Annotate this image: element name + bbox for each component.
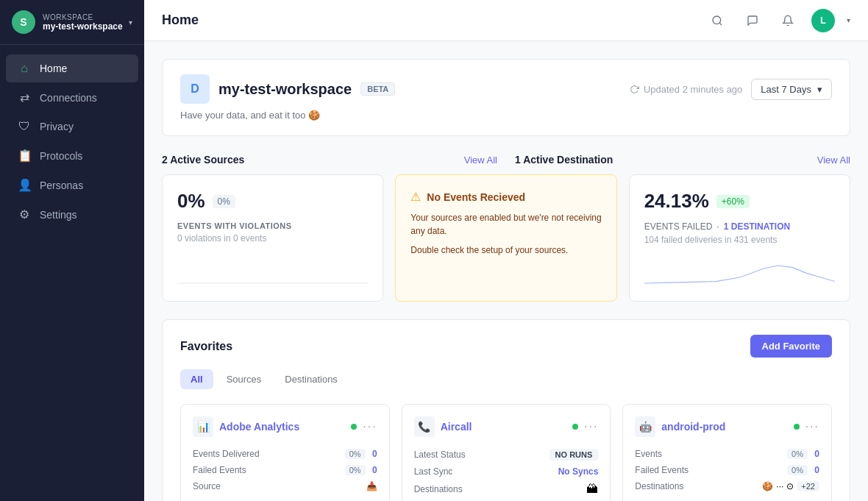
adobe-failed-badge: 0%: [345, 465, 366, 475]
sidebar-item-settings[interactable]: ⚙ Settings: [6, 200, 138, 229]
adobe-events-delivered-value: 0: [372, 449, 377, 459]
fav-card-adobe-actions: ···: [351, 420, 377, 433]
adobe-failed-value: 0: [372, 465, 377, 475]
android-more-button[interactable]: ···: [805, 420, 819, 433]
workspace-switcher[interactable]: S Workspace my-test-workspace ▾: [0, 0, 144, 45]
workspace-text: Workspace my-test-workspace: [43, 13, 129, 32]
sidebar-item-home-label: Home: [40, 63, 67, 74]
favorites-section: Favorites Add Favorite All Sources Desti…: [162, 319, 850, 501]
sidebar-item-home[interactable]: ⌂ Home: [6, 54, 138, 82]
chevron-down-icon: ▾: [129, 18, 132, 26]
no-events-card: ⚠ No Events Recieved Your sources are en…: [395, 174, 616, 302]
search-button[interactable]: [705, 9, 729, 32]
tab-all[interactable]: All: [180, 369, 213, 389]
sidebar-nav: ⌂ Home ⇄ Connections 🛡 Privacy 📋 Protoco…: [0, 45, 144, 501]
adobe-more-button[interactable]: ···: [363, 420, 377, 433]
android-destinations-icons: 🍪 ··· ⊙ +22: [762, 481, 819, 491]
chat-button[interactable]: [741, 9, 764, 32]
adobe-source-row: Source 📥: [193, 481, 377, 491]
sidebar-item-privacy-label: Privacy: [40, 121, 74, 132]
destinations-view-all[interactable]: View All: [817, 154, 850, 166]
adobe-events-delivered-badge: 0%: [345, 449, 366, 459]
workspace-label: Workspace: [43, 13, 129, 21]
settings-icon: ⚙: [18, 207, 31, 221]
fav-card-aircall-actions: ···: [572, 420, 598, 433]
no-events-header: ⚠ No Events Recieved: [410, 190, 601, 204]
adobe-source-icon: 📥: [366, 481, 377, 491]
main-content: Home L ▾ D my-test-workspace BETA: [144, 0, 868, 501]
fav-card-aircall-header: 📞 Aircall ···: [414, 416, 599, 437]
aircall-destinations-row: Destinations 🏔: [414, 483, 599, 496]
stats-headers: 2 Active Sources View All 1 Active Desti…: [162, 154, 850, 166]
active-sources-label: 2 Active Sources: [162, 154, 244, 166]
sidebar-item-personas-label: Personas: [40, 180, 83, 191]
sidebar-item-privacy[interactable]: 🛡 Privacy: [6, 113, 138, 141]
android-failed-value: 0: [814, 465, 819, 475]
connections-icon: ⇄: [18, 90, 31, 104]
topbar: Home L ▾: [144, 0, 868, 41]
time-range-chevron-icon: ▾: [817, 84, 822, 95]
add-favorite-button[interactable]: Add Favorite: [750, 335, 832, 358]
time-range-selector[interactable]: Last 7 Days ▾: [751, 79, 832, 100]
content-area: D my-test-workspace BETA Updated 2 minut…: [144, 41, 868, 501]
android-plus-badge: +22: [797, 481, 819, 491]
aircall-no-syncs: No Syncs: [558, 466, 599, 477]
workspace-avatar: D: [180, 74, 210, 104]
android-name[interactable]: android-prod: [661, 421, 725, 433]
adobe-analytics-name[interactable]: Adobe Analytics: [219, 421, 299, 433]
fav-card-android-left: 🤖 android-prod: [635, 416, 725, 437]
fav-card-android-actions: ···: [794, 420, 819, 433]
aircall-sync-label: Last Sync: [414, 466, 453, 477]
time-range-value: Last 7 Days: [761, 84, 811, 95]
sidebar-item-settings-label: Settings: [40, 209, 77, 221]
active-destinations-label: 1 Active Destination: [515, 154, 613, 166]
beta-badge: BETA: [360, 82, 395, 96]
violations-value: 0%: [177, 190, 205, 213]
favorites-header: Favorites Add Favorite: [180, 335, 832, 358]
sidebar-item-connections[interactable]: ⇄ Connections: [6, 83, 138, 112]
sidebar-item-personas[interactable]: 👤 Personas: [6, 171, 138, 199]
user-avatar[interactable]: L: [811, 9, 835, 32]
fav-card-aircall-left: 📞 Aircall: [414, 416, 472, 437]
warning-icon: ⚠: [410, 190, 421, 204]
svg-point-0: [713, 16, 721, 24]
no-events-title: No Events Recieved: [427, 191, 525, 203]
tab-sources[interactable]: Sources: [216, 369, 272, 389]
adobe-analytics-icon: 📊: [193, 416, 213, 437]
user-chevron-icon: ▾: [847, 16, 850, 24]
destination-link[interactable]: 1 DESTINATION: [724, 221, 790, 232]
sources-header: 2 Active Sources View All: [162, 154, 497, 166]
android-failed-badge: 0%: [787, 465, 808, 475]
updated-text: Updated 2 minutes ago: [630, 84, 742, 95]
privacy-icon: 🛡: [18, 120, 31, 133]
notifications-button[interactable]: [776, 9, 800, 32]
failed-label: EVENTS FAILED: [644, 221, 713, 232]
workspace-name: my-test-workspace: [43, 21, 129, 32]
fav-card-aircall: 📞 Aircall ··· Latest Status NO RUNS L: [402, 404, 611, 501]
sources-view-all[interactable]: View All: [464, 154, 497, 166]
android-failed-row: Failed Events 0% 0: [635, 465, 819, 475]
fav-card-adobe-left: 📊 Adobe Analytics: [193, 416, 299, 437]
android-failed-label: Failed Events: [635, 465, 689, 475]
adobe-events-delivered-label: Events Delivered: [193, 449, 260, 459]
fav-card-android-header: 🤖 android-prod ···: [635, 416, 819, 437]
android-destinations-label: Destinations: [635, 481, 683, 491]
sidebar-item-protocols[interactable]: 📋 Protocols: [6, 141, 138, 170]
failed-value: 24.13%: [644, 190, 709, 213]
android-dest-icon1: 🍪: [762, 481, 773, 491]
workspace-subtitle: Have your data, and eat it too 🍪: [180, 110, 832, 121]
aircall-status-label: Latest Status: [414, 450, 466, 460]
android-dest-icon2: ···: [776, 481, 783, 491]
adobe-events-delivered-row: Events Delivered 0% 0: [193, 449, 377, 459]
fav-card-android: 🤖 android-prod ··· Events 0% 0: [622, 404, 832, 501]
android-dest-icon3: ⊙: [786, 481, 794, 491]
tabs-row: All Sources Destinations: [180, 369, 832, 389]
aircall-name[interactable]: Aircall: [441, 421, 472, 433]
violations-label: EVENTS WITH VIOLATIONS: [177, 221, 368, 230]
violations-sublabel: 0 violations in 0 events: [177, 233, 368, 244]
violations-chart: [177, 255, 368, 285]
tab-destinations[interactable]: Destinations: [274, 369, 348, 389]
workspace-header-left: D my-test-workspace BETA: [180, 74, 395, 104]
fav-card-adobe: 📊 Adobe Analytics ··· Events Delivered 0…: [180, 404, 390, 501]
aircall-more-button[interactable]: ···: [584, 420, 598, 433]
